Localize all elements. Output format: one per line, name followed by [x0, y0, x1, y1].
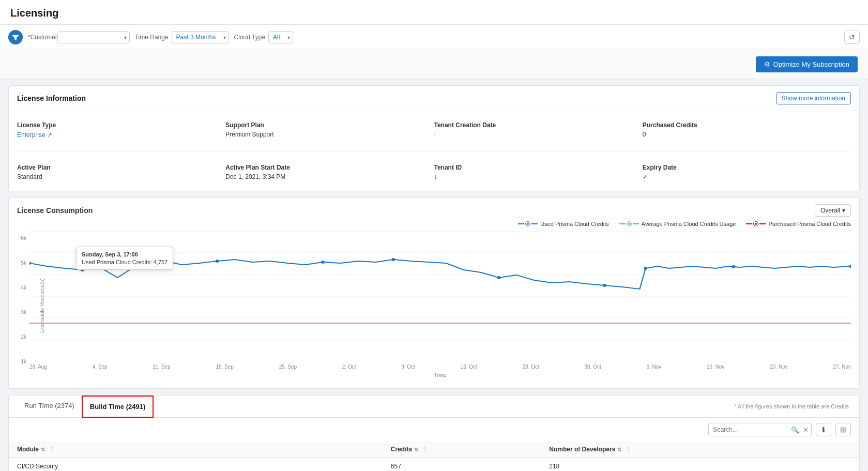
time-range-select[interactable]: Past 3 Months: [172, 31, 229, 43]
chart-plot-area: Licensable Resource(s): [29, 231, 851, 380]
time-range-dropdown-wrapper[interactable]: Past 3 Months ▾: [172, 31, 229, 43]
credits-column-header[interactable]: Credits ⇅ ⋮: [383, 442, 541, 458]
tabs-container: Run Time (2374) Build Time (2491): [17, 396, 154, 417]
cloud-type-group: Cloud Type All ▾: [234, 31, 294, 43]
table-body: CI/CD Security 657 218 Secret Scanning 2…: [9, 458, 859, 472]
legend-purchased-credits-label: Purchased Prisma Cloud Credits: [768, 221, 851, 227]
toolbar: *Customer ▾ Time Range Past 3 Months ▾ C…: [0, 25, 868, 50]
tenant-id-value: ↓: [434, 173, 636, 180]
module-cell: CI/CD Security: [9, 458, 383, 472]
license-info-grid: License Type Enterprise ↗ Support Plan P…: [9, 111, 859, 191]
chart-svg: [29, 231, 851, 360]
developers-column-header[interactable]: Number of Developers ⇅ ⋮: [541, 442, 839, 458]
active-plan-start-label: Active Plan Start Date: [225, 164, 428, 171]
table-row[interactable]: CI/CD Security 657 218: [9, 458, 859, 472]
legend-used-credits-label: Used Prisma Cloud Credits: [540, 221, 609, 227]
overall-label: Overall: [820, 207, 840, 214]
legend-used-credits: Used Prisma Cloud Credits: [518, 221, 609, 227]
columns-button[interactable]: ⊞: [835, 423, 851, 436]
cloud-type-dropdown-wrapper[interactable]: All ▾: [268, 31, 293, 43]
optimize-icon: ⚙: [764, 60, 770, 68]
x-label-sep11: 11. Sep: [153, 364, 170, 370]
active-plan-value: Standard: [17, 173, 219, 180]
module-col-resizer[interactable]: ⋮: [49, 446, 52, 453]
data-table: Module ⇅ ⋮ Credits ⇅ ⋮ Number of Develop…: [9, 442, 859, 471]
support-plan-cell: Support Plan Premium Support: [225, 117, 434, 143]
support-plan-value: Premium Support: [225, 131, 428, 138]
filter-icon[interactable]: [8, 30, 23, 44]
module-column-header[interactable]: Module ⇅ ⋮: [9, 442, 383, 458]
time-range-group: Time Range Past 3 Months ▾: [135, 31, 229, 43]
tab-buildtime[interactable]: Build Time (2491): [82, 396, 154, 418]
search-input-wrap: 🔍 ✕: [708, 423, 812, 436]
tab-runtime[interactable]: Run Time (2374): [17, 396, 82, 417]
active-plan-start-value: Dec 1, 2021, 3:34 PM: [225, 173, 428, 180]
y-label-5k: 5k: [17, 260, 26, 266]
chart-legend: Used Prisma Cloud Credits Average Prisma…: [9, 221, 859, 231]
tabs-row: Run Time (2374) Build Time (2491) * All …: [9, 396, 859, 418]
x-label-oct23: 23. Oct: [523, 364, 539, 370]
x-axis-labels: 28. Aug 4. Sep 11. Sep 18. Sep 25. Sep 2…: [29, 362, 851, 370]
license-info-title: License Information: [17, 94, 86, 102]
license-type-label: License Type: [17, 121, 219, 129]
credits-sort[interactable]: Credits ⇅: [391, 446, 418, 453]
y-axis: 6k 5k 4k 3k 2k 1k: [9, 231, 29, 380]
expiry-date-value: ✓: [643, 173, 845, 180]
support-plan-label: Support Plan: [225, 121, 428, 129]
table-toolbar: 🔍 ✕ ⬇ ⊞: [9, 418, 859, 442]
purchased-credits-cell: Purchased Credits 0: [643, 117, 851, 143]
svg-point-15: [644, 267, 647, 270]
reset-button[interactable]: ↺: [844, 31, 860, 44]
y-label-2k: 2k: [17, 334, 26, 340]
x-label-nov6: 6. Nov: [646, 364, 661, 370]
x-label-sep18: 18. Sep: [216, 364, 233, 370]
search-clear-icon[interactable]: ✕: [803, 426, 809, 434]
table-note: * All the figures shown in the table are…: [734, 403, 851, 409]
x-label-aug28: 28. Aug: [29, 364, 47, 370]
license-info-section: License Information Show more informatio…: [8, 85, 860, 191]
svg-point-17: [849, 265, 851, 268]
expiry-date-label: Expiry Date: [643, 164, 845, 171]
toolbar-right: ↺: [844, 31, 860, 44]
module-sort-icon: ⇅: [41, 447, 45, 452]
info-divider: [17, 151, 851, 151]
y-label-4k: 4k: [17, 285, 26, 291]
svg-point-10: [216, 260, 219, 263]
chart-container: 6k 5k 4k 3k 2k 1k Licensable Resource(s): [9, 231, 859, 380]
customer-select[interactable]: [57, 31, 130, 43]
header-row: Module ⇅ ⋮ Credits ⇅ ⋮ Number of Develop…: [9, 442, 859, 458]
show-more-button[interactable]: Show more information: [776, 92, 851, 104]
page-title: Licensing: [10, 7, 58, 19]
active-plan-cell: Active Plan Standard: [17, 160, 225, 185]
tenant-id-cell: Tenant ID ↓: [434, 160, 643, 185]
optimize-subscription-button[interactable]: ⚙ Optimize My Subscription: [756, 56, 858, 72]
cloud-type-select[interactable]: All: [268, 31, 293, 43]
svg-point-9: [132, 264, 138, 269]
row-actions: [839, 458, 859, 472]
chart-header: License Consumption Overall ▾: [9, 198, 859, 221]
tenant-creation-date-label: Tenant Creation Date: [434, 121, 636, 129]
developers-col-resizer[interactable]: ⋮: [626, 446, 629, 453]
svg-point-14: [603, 284, 606, 287]
module-sort[interactable]: Module ⇅: [17, 446, 45, 453]
credits-sort-icon: ⇅: [414, 447, 418, 452]
customer-label: *Customer: [28, 34, 57, 41]
credits-col-resizer[interactable]: ⋮: [422, 446, 425, 453]
table-header: Module ⇅ ⋮ Credits ⇅ ⋮ Number of Develop…: [9, 442, 859, 458]
optimize-btn-container: ⚙ Optimize My Subscription: [0, 50, 868, 79]
download-button[interactable]: ⬇: [816, 423, 831, 436]
license-type-value[interactable]: Enterprise ↗: [17, 131, 52, 139]
overall-dropdown[interactable]: Overall ▾: [815, 204, 851, 217]
chart-title: License Consumption: [17, 206, 93, 215]
svg-point-11: [321, 261, 325, 264]
cloud-type-label: Cloud Type: [234, 34, 266, 41]
x-label-sep4: 4. Sep: [93, 364, 108, 370]
page-header: Licensing: [0, 0, 868, 25]
active-plan-start-cell: Active Plan Start Date Dec 1, 2021, 3:34…: [225, 160, 434, 185]
developers-sort[interactable]: Number of Developers ⇅: [549, 446, 621, 453]
tenant-creation-date-value: ·: [434, 131, 636, 138]
customer-dropdown-wrapper[interactable]: *Customer ▾: [28, 31, 130, 43]
developers-cell: 218: [541, 458, 839, 472]
x-label-oct2: 2. Oct: [342, 364, 356, 370]
svg-point-16: [732, 265, 736, 268]
